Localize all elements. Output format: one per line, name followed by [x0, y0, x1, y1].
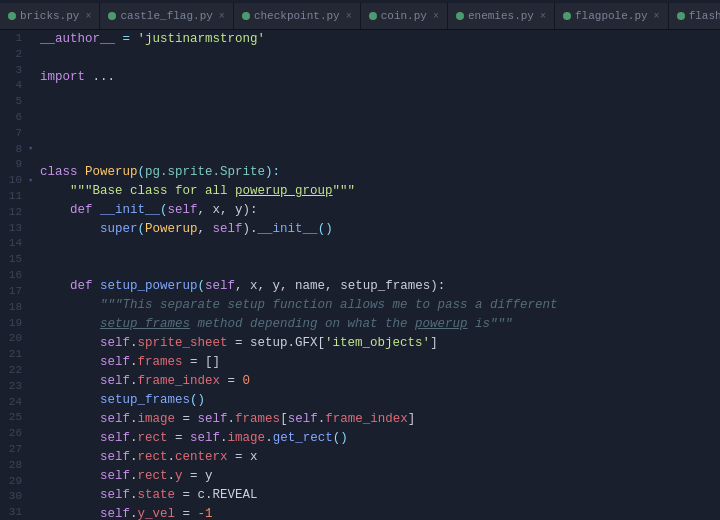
code-token: 'item_objects': [325, 334, 430, 353]
code-token: [40, 296, 100, 315]
tab-icon: [456, 12, 464, 20]
code-token: """: [333, 182, 356, 201]
code-token: y_vel: [138, 505, 176, 520]
gutter-row: 6: [0, 109, 36, 125]
code-line: __author__ = 'justinarmstrong': [40, 30, 720, 49]
code-token: sprite_sheet: [138, 334, 228, 353]
code-token: =: [115, 30, 138, 49]
code-token: powerup: [415, 315, 468, 334]
code-token: [40, 486, 100, 505]
line-number: 1: [0, 32, 28, 44]
code-token: class: [40, 163, 78, 182]
code-token: centerx: [175, 448, 228, 467]
code-token: setup_frames: [100, 315, 190, 334]
fold-icon[interactable]: ▾: [28, 143, 36, 154]
tab-close-button[interactable]: ×: [654, 11, 660, 22]
gutter-row: 13: [0, 220, 36, 236]
tab-bricks-py[interactable]: bricks.py×: [0, 3, 100, 29]
tab-label: bricks.py: [20, 10, 79, 22]
code-token: [40, 334, 100, 353]
code-token: image: [228, 429, 266, 448]
tab-close-button[interactable]: ×: [219, 11, 225, 22]
code-token: .: [130, 486, 138, 505]
code-token: .: [130, 334, 138, 353]
fold-icon[interactable]: ▾: [28, 175, 36, 186]
tab-close-button[interactable]: ×: [85, 11, 91, 22]
code-line: self.rect = self.image.get_rect(): [40, 429, 720, 448]
tab-castle_flag-py[interactable]: castle_flag.py×: [100, 3, 233, 29]
tab-flashing_coin-py[interactable]: flashing_coin.py×: [669, 3, 720, 29]
tab-bar: bricks.py×castle_flag.py×checkpoint.py×c…: [0, 0, 720, 30]
code-token: -1: [198, 505, 213, 520]
code-token: __author__: [40, 30, 115, 49]
code-token: image: [138, 410, 176, 429]
gutter-row: 8▾: [0, 141, 36, 157]
code-token: Powerup: [145, 220, 198, 239]
code-token: [40, 391, 100, 410]
code-token: [40, 353, 100, 372]
code-line: self.sprite_sheet = setup.GFX['item_obje…: [40, 334, 720, 353]
code-token: [78, 163, 86, 182]
tab-close-button[interactable]: ×: [540, 11, 546, 22]
line-number: 8: [0, 143, 28, 155]
code-token: """This separate setup function allows m…: [100, 296, 558, 315]
tab-label: coin.py: [381, 10, 427, 22]
line-number: 23: [0, 380, 28, 392]
code-token: [40, 220, 100, 239]
line-number: 13: [0, 222, 28, 234]
tab-checkpoint-py[interactable]: checkpoint.py×: [234, 3, 361, 29]
code-token: frame_index: [325, 410, 408, 429]
code-token: ).: [243, 220, 258, 239]
code-line: """Base class for all powerup_group""": [40, 182, 720, 201]
code-token: setup_powerup: [100, 277, 198, 296]
line-number: 11: [0, 190, 28, 202]
code-token: frames: [138, 353, 183, 372]
code-token: .: [168, 448, 176, 467]
tab-enemies-py[interactable]: enemies.py×: [448, 3, 555, 29]
code-line: class Powerup(pg.sprite.Sprite):: [40, 163, 720, 182]
line-gutter: 12345678▾910▾111213141516171819202122232…: [0, 30, 36, 520]
code-token: .: [130, 467, 138, 486]
code-line: [40, 106, 720, 125]
line-number: 12: [0, 206, 28, 218]
gutter-row: 14: [0, 236, 36, 252]
line-number: 7: [0, 127, 28, 139]
code-token: self: [100, 429, 130, 448]
code-line: setup_frames method depending on what th…: [40, 315, 720, 334]
tab-coin-py[interactable]: coin.py×: [361, 3, 448, 29]
gutter-row: 31: [0, 504, 36, 520]
gutter-row: 27: [0, 441, 36, 457]
code-token: frames: [235, 410, 280, 429]
code-token: self: [100, 505, 130, 520]
code-token: [93, 277, 101, 296]
code-token: rect: [138, 467, 168, 486]
code-line: def __init__(self, x, y):: [40, 201, 720, 220]
tab-icon: [677, 12, 685, 20]
code-token: self: [205, 277, 235, 296]
tab-close-button[interactable]: ×: [433, 11, 439, 22]
gutter-row: 28: [0, 457, 36, 473]
code-line: import ...: [40, 68, 720, 87]
code-token: def: [70, 201, 93, 220]
tab-flagpole-py[interactable]: flagpole.py×: [555, 3, 669, 29]
code-token: frame_index: [138, 372, 221, 391]
line-number: 29: [0, 475, 28, 487]
gutter-row: 3: [0, 62, 36, 78]
code-token: [40, 201, 70, 220]
code-line: self.y_vel = -1: [40, 505, 720, 520]
code-token: ]: [430, 334, 438, 353]
gutter-row: 25: [0, 410, 36, 426]
line-number: 10: [0, 174, 28, 186]
code-token: self: [198, 410, 228, 429]
gutter-row: 9: [0, 157, 36, 173]
code-token: .: [220, 429, 228, 448]
line-number: 25: [0, 411, 28, 423]
code-token: __init__: [100, 201, 160, 220]
line-number: 6: [0, 111, 28, 123]
tab-icon: [8, 12, 16, 20]
gutter-row: 29: [0, 473, 36, 489]
code-token: .: [318, 410, 326, 429]
tab-close-button[interactable]: ×: [346, 11, 352, 22]
line-number: 4: [0, 79, 28, 91]
line-number: 19: [0, 317, 28, 329]
